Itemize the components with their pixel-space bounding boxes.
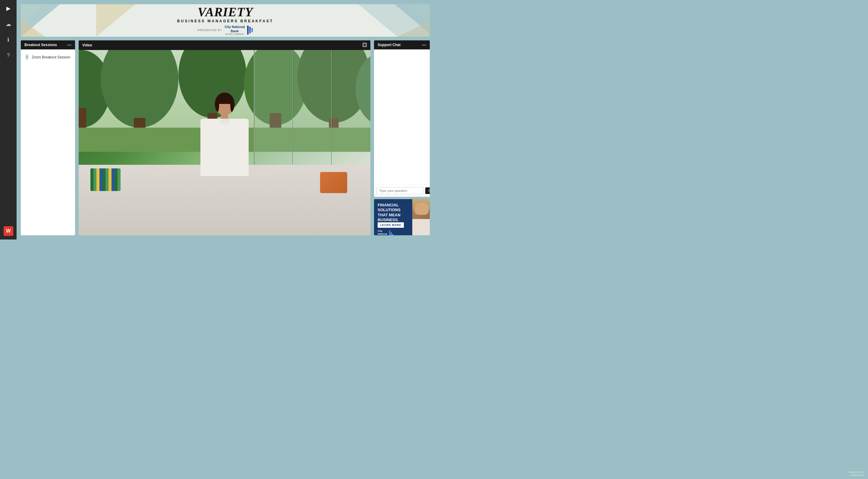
host-figure	[200, 93, 249, 176]
ad-learn-more-button[interactable]: LEARN MORE	[378, 222, 404, 228]
support-panel-body: Submit	[374, 50, 430, 197]
breakout-panel-title: Breakout Sessions	[24, 43, 57, 47]
ad-bank-bars	[389, 230, 393, 235]
svg-marker-6	[96, 4, 135, 37]
ad-banner: FINANCIAL SOLUTIONS THAT MEAN BUSINESS. …	[374, 199, 430, 235]
support-panel-header: Support Chat —	[374, 40, 430, 50]
sidebar: ▶ ☁ ℹ ? W	[0, 0, 17, 240]
breakout-panel-header: Breakout Sessions —	[21, 40, 75, 50]
video-panel-header: Video	[79, 40, 370, 50]
header-banner: VARIETY BUSINESS MANAGERS BREAKFAST PRES…	[21, 4, 430, 37]
link-icon: 🔗	[24, 54, 30, 61]
ad-person-image	[412, 199, 430, 235]
breakout-controls: —	[67, 43, 71, 47]
video-expand-button[interactable]	[363, 43, 367, 47]
banner-content: VARIETY BUSINESS MANAGERS BREAKFAST PRES…	[177, 6, 273, 35]
main-content: VARIETY BUSINESS MANAGERS BREAKFAST PRES…	[17, 0, 434, 240]
chat-submit-button[interactable]: Submit	[425, 187, 430, 194]
chat-input-field[interactable]	[376, 187, 424, 194]
support-panel-title: Support Chat	[378, 43, 401, 47]
cloud-icon[interactable]: ☁	[4, 19, 13, 29]
ad-content: FINANCIAL SOLUTIONS THAT MEAN BUSINESS. …	[374, 199, 430, 235]
video-panel-title: Video	[82, 43, 92, 47]
svg-point-12	[101, 50, 179, 128]
svg-rect-9	[364, 44, 366, 46]
sponsor-logo: City NationalBank AN RBC COMPANY	[224, 25, 253, 35]
info-icon[interactable]: ℹ	[4, 35, 13, 44]
sponsor-name: City NationalBank	[224, 25, 245, 33]
ad-sponsor-name: City National Bank	[378, 229, 387, 235]
video-glass-wall	[254, 50, 370, 176]
help-icon[interactable]: ?	[4, 51, 13, 60]
breakout-panel-body: 🔗 Zoom Breakout Session	[21, 50, 75, 235]
presented-by-text: PRESENTED BY	[198, 29, 222, 32]
breakout-panel: Breakout Sessions — 🔗 Zoom Breakout Sess…	[21, 40, 75, 235]
support-chat-panel: Support Chat — Submit FINANCIAL SOLUTION…	[374, 40, 430, 235]
breakout-session-item[interactable]: 🔗 Zoom Breakout Session	[24, 53, 71, 61]
variety-logo: VARIETY	[177, 6, 273, 19]
banner-presented-by: PRESENTED BY City NationalBank AN RBC CO…	[177, 25, 273, 35]
video-panel: Video	[79, 40, 370, 235]
play-icon[interactable]: ▶	[4, 4, 13, 13]
breakout-session-label: Zoom Breakout Session	[32, 55, 70, 59]
panels-row: Breakout Sessions — 🔗 Zoom Breakout Sess…	[21, 40, 430, 235]
chat-messages-area	[374, 50, 430, 184]
webinar-logo: W	[4, 226, 13, 236]
striped-pillow	[90, 168, 121, 191]
breakout-minimize-button[interactable]: —	[67, 43, 71, 47]
banner-subtitle: BUSINESS MANAGERS BREAKFAST	[177, 19, 273, 23]
orange-pillow	[320, 172, 347, 193]
video-frame	[79, 50, 370, 235]
support-minimize-button[interactable]: —	[422, 43, 426, 47]
support-controls: —	[422, 43, 426, 47]
sponsor-sub: AN RBC COMPANY	[224, 33, 245, 35]
svg-marker-7	[358, 4, 430, 37]
expand-icon	[363, 43, 367, 47]
video-body	[79, 50, 370, 235]
chat-input-area: Submit	[374, 184, 430, 197]
